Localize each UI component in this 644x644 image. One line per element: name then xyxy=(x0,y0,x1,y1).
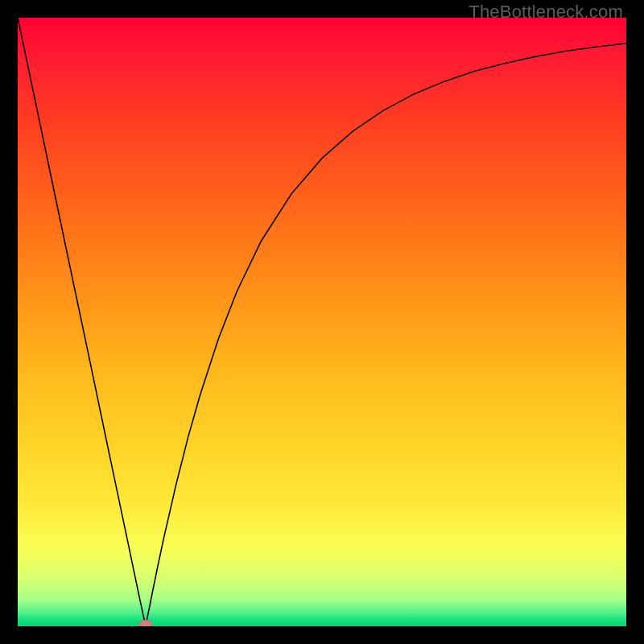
minimum-marker xyxy=(138,620,152,626)
watermark-text: TheBottleneck.com xyxy=(469,2,623,23)
chart-plot xyxy=(18,18,626,626)
chart-background xyxy=(18,18,626,626)
chart-frame xyxy=(18,18,626,626)
